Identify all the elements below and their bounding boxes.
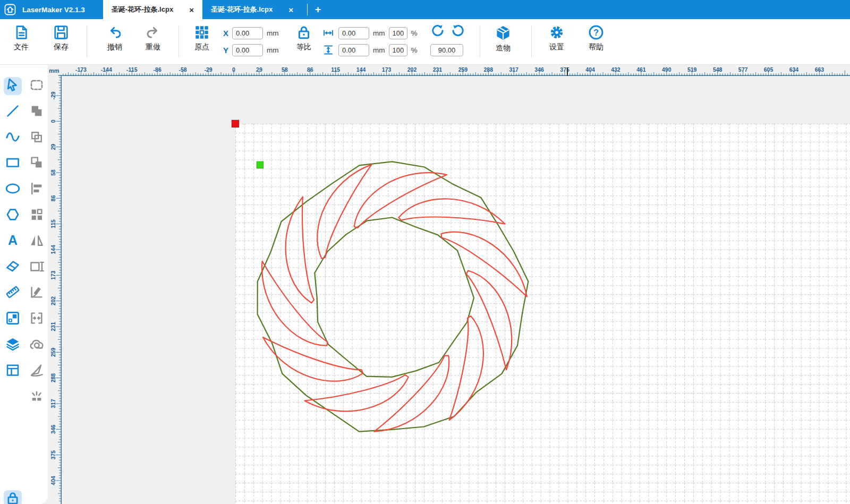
cursor-icon: [5, 77, 21, 95]
svg-text:58: 58: [50, 169, 56, 176]
svg-text:634: 634: [789, 67, 799, 73]
lock-toggle[interactable]: [4, 490, 22, 504]
group-tool[interactable]: [28, 129, 46, 147]
origin-button[interactable]: 原点: [185, 24, 219, 52]
svg-text:231: 231: [50, 322, 56, 331]
question-icon: ?: [588, 24, 605, 41]
close-tab-icon[interactable]: ×: [189, 6, 194, 14]
x-position-field[interactable]: [232, 27, 263, 39]
cloud-tool[interactable]: [28, 336, 46, 354]
table-icon: [5, 362, 21, 380]
tab-label: 圣诞-花环-拉条.lcpx: [112, 5, 173, 14]
ellipse-tool[interactable]: [4, 181, 22, 199]
pen-icon: [29, 362, 45, 380]
svg-text:29: 29: [50, 144, 56, 150]
subtract-tool[interactable]: [28, 155, 46, 173]
table-tool[interactable]: [4, 362, 22, 380]
save-button[interactable]: 保存: [44, 24, 78, 52]
toolbar-divider: [531, 25, 532, 57]
align-tool[interactable]: [28, 181, 46, 199]
svg-text:231: 231: [433, 67, 443, 73]
text-icon: A: [5, 233, 21, 251]
svg-text:86: 86: [307, 67, 313, 73]
union-icon: [29, 103, 45, 121]
svg-text:173: 173: [50, 270, 56, 280]
height-icon: [322, 44, 335, 56]
file-label: 文件: [4, 42, 38, 52]
polygon-tool[interactable]: [4, 207, 22, 225]
line-icon: [5, 103, 21, 121]
svg-text:?: ?: [593, 28, 599, 38]
select-tool[interactable]: [4, 77, 22, 95]
rotate-cw-icon[interactable]: [450, 23, 466, 39]
svg-text:259: 259: [458, 67, 468, 73]
mirror-tool[interactable]: [28, 233, 46, 251]
eraser-tool[interactable]: [4, 259, 22, 277]
tab-label: 圣诞-花环-拉条.lcpx: [211, 5, 273, 14]
svg-text:-86: -86: [154, 67, 162, 73]
svg-text:404: 404: [585, 67, 595, 73]
undo-button[interactable]: 撤销: [98, 24, 132, 52]
height-field[interactable]: [338, 44, 369, 56]
break-icon: [29, 388, 45, 406]
ruler-tool[interactable]: [4, 284, 22, 302]
compress-tool[interactable]: [28, 310, 46, 328]
pen-tool[interactable]: [28, 362, 46, 380]
break-apart-tool[interactable]: [28, 388, 46, 406]
help-button[interactable]: ? 帮助: [579, 24, 613, 52]
svg-text:-173: -173: [75, 67, 87, 73]
svg-text:86: 86: [50, 195, 56, 201]
height-percent-field[interactable]: [389, 44, 407, 56]
group-icon: [29, 129, 45, 147]
arrange-tool[interactable]: [28, 207, 46, 225]
svg-text:548: 548: [713, 67, 722, 73]
rectangle-tool[interactable]: [4, 155, 22, 173]
vertical-ruler: -290295886115144173202231259288317346375…: [50, 76, 62, 504]
home-button[interactable]: [0, 0, 20, 19]
file-button[interactable]: 文件: [4, 24, 38, 52]
tab-divider: [307, 4, 308, 15]
start-point-marker[interactable]: [257, 161, 264, 168]
svg-text:490: 490: [662, 67, 672, 73]
toolbar-divider: [87, 25, 87, 57]
line-tool[interactable]: [4, 103, 22, 121]
grid-arrange-icon: [29, 207, 45, 225]
svg-text:115: 115: [50, 219, 56, 228]
marquee-select-tool[interactable]: [28, 77, 46, 95]
proportional-lock-button[interactable]: 等比: [287, 24, 321, 52]
svg-text:-29: -29: [50, 91, 56, 99]
origin-marker[interactable]: [232, 120, 239, 127]
curve-tool[interactable]: [4, 129, 22, 147]
rotate-angle-field[interactable]: [430, 44, 463, 56]
layers-icon: [5, 336, 21, 354]
lock-icon: [5, 490, 21, 504]
redo-label: 重做: [136, 42, 170, 52]
height-unit: mm: [373, 46, 385, 54]
svg-text:519: 519: [687, 67, 697, 73]
settings-button[interactable]: 设置: [540, 24, 574, 52]
rotate-ccw-icon[interactable]: [429, 23, 445, 39]
union-tool[interactable]: [28, 103, 46, 121]
canvas[interactable]: [62, 76, 850, 504]
width-icon: [322, 27, 335, 39]
text-tool[interactable]: A: [4, 233, 22, 251]
redo-button[interactable]: 重做: [136, 24, 170, 52]
y-position-field[interactable]: [232, 44, 263, 56]
image-tool[interactable]: [4, 310, 22, 328]
tab-document-2[interactable]: 圣诞-花环-拉条.lcpx ×: [202, 0, 302, 19]
make-button[interactable]: 造物: [486, 24, 520, 53]
width-percent-field[interactable]: [389, 27, 407, 39]
svg-text:288: 288: [50, 373, 56, 383]
close-tab-icon[interactable]: ×: [288, 6, 293, 14]
new-tab-button[interactable]: +: [310, 4, 326, 15]
lock-icon: [295, 24, 312, 41]
svg-text:375: 375: [50, 450, 56, 460]
tab-document-1[interactable]: 圣诞-花环-拉条.lcpx ×: [103, 0, 202, 19]
ruler-icon: [5, 284, 21, 302]
measure-tool[interactable]: [28, 284, 46, 302]
width-field[interactable]: [338, 27, 369, 39]
dimension-tool[interactable]: [28, 259, 46, 277]
svg-text:317: 317: [509, 67, 518, 73]
layers-tool[interactable]: [4, 336, 22, 354]
svg-text:173: 173: [382, 67, 392, 73]
